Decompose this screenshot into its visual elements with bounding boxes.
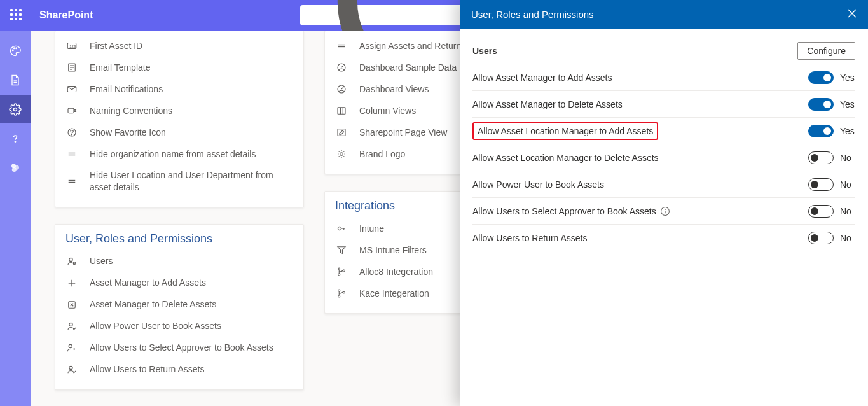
mail-icon bbox=[65, 83, 78, 95]
panel-row-label: Allow Asset Location Manager to Add Asse… bbox=[472, 122, 658, 140]
panel-row-label-text: Allow Users to Select Approver to Book A… bbox=[472, 206, 656, 216]
panel-row-label: Allow Users to Return Assets bbox=[472, 233, 588, 243]
setting-item[interactable]: Asset Manager to Delete Assets bbox=[63, 294, 296, 316]
close-icon[interactable] bbox=[848, 9, 857, 20]
setting-label: Show Favorite Icon bbox=[90, 127, 166, 139]
setting-item[interactable]: Hide organization name from asset detail… bbox=[63, 143, 296, 165]
branch-icon bbox=[335, 287, 348, 300]
setting-item[interactable]: Asset Manager to Add Assets bbox=[63, 272, 296, 294]
panel-title: User, Roles and Permissions bbox=[471, 9, 594, 20]
setting-label: Users bbox=[90, 255, 113, 267]
svg-point-52 bbox=[338, 274, 340, 276]
panel-permission-row: Allow Users to Select Approver to Book A… bbox=[472, 198, 855, 225]
setting-item[interactable]: Hide User Location and User Department f… bbox=[63, 165, 296, 198]
svg-rect-18 bbox=[67, 87, 76, 92]
setting-label: Alloc8 Integeration bbox=[359, 266, 433, 278]
dashboard-icon bbox=[335, 83, 348, 95]
setting-item[interactable]: Naming Conventions bbox=[63, 100, 296, 122]
setting-label: Hide organization name from asset detail… bbox=[90, 148, 256, 160]
svg-point-37 bbox=[69, 366, 72, 369]
svg-rect-19 bbox=[68, 108, 74, 113]
panel-permission-row: Allow Asset Manager to Delete AssetsYes bbox=[472, 91, 855, 118]
user-check-icon bbox=[65, 363, 78, 376]
svg-point-51 bbox=[338, 268, 340, 270]
svg-point-54 bbox=[338, 290, 340, 291]
rail-item-settings[interactable] bbox=[0, 95, 31, 123]
svg-point-26 bbox=[69, 258, 72, 261]
brand-label: SharePoint bbox=[39, 10, 93, 21]
setting-label: Asset Manager to Delete Assets bbox=[90, 298, 216, 311]
setting-item[interactable]: Show Favorite Icon bbox=[63, 122, 296, 143]
panel-permission-row: Allow Asset Manager to Add AssetsYes bbox=[472, 64, 855, 91]
setting-item[interactable]: Users bbox=[63, 251, 296, 272]
setting-item[interactable]: Email Notifications bbox=[63, 78, 296, 100]
equals-icon bbox=[65, 148, 78, 160]
setting-label: Brand Logo bbox=[359, 148, 405, 160]
panel-row-label: Allow Power User to Book Assets bbox=[472, 179, 604, 190]
permission-toggle[interactable] bbox=[808, 125, 834, 137]
setting-label: Allow Power User to Book Assets bbox=[90, 320, 221, 332]
plus-icon bbox=[65, 277, 78, 290]
toggle-state-label: No bbox=[840, 153, 855, 163]
setting-item[interactable]: Allow Power User to Book Assets bbox=[63, 316, 296, 337]
panel-row-label: Allow Asset Manager to Add Assets bbox=[472, 73, 612, 83]
info-icon[interactable] bbox=[660, 206, 670, 216]
rail-item-help[interactable] bbox=[0, 125, 31, 153]
panel-row-label: Allow Asset Manager to Delete Assets bbox=[472, 99, 623, 109]
svg-point-55 bbox=[338, 295, 340, 297]
setting-label: Allow Users to Select Approver to Book A… bbox=[90, 342, 273, 354]
setting-item[interactable]: 123 First Asset ID bbox=[63, 35, 296, 57]
id-icon: 123 bbox=[65, 39, 78, 52]
toggle-state-label: Yes bbox=[840, 126, 855, 136]
svg-point-36 bbox=[69, 344, 72, 347]
permission-toggle[interactable] bbox=[808, 178, 834, 191]
svg-text:123: 123 bbox=[69, 45, 76, 48]
setting-label: Asset Manager to Add Assets bbox=[90, 277, 206, 289]
setting-label: Sharepoint Page View bbox=[359, 127, 447, 139]
panel-row-label-text: Allow Asset Location Manager to Add Asse… bbox=[472, 122, 658, 140]
app-launcher-icon[interactable] bbox=[10, 9, 23, 22]
rail-item-document[interactable] bbox=[0, 66, 31, 94]
delete-icon bbox=[65, 298, 78, 311]
panel-row-label: Allow Asset Location Manager to Delete A… bbox=[472, 153, 659, 163]
rail-item-sharepoint[interactable] bbox=[0, 154, 31, 182]
setting-item[interactable]: Allow Users to Return Assets bbox=[63, 359, 296, 381]
permission-toggle[interactable] bbox=[808, 71, 834, 84]
filter-icon bbox=[335, 244, 348, 256]
setting-label: Email Notifications bbox=[90, 83, 163, 95]
rail-item-palette[interactable] bbox=[0, 37, 31, 65]
setting-item[interactable]: Allow Users to Select Approver to Book A… bbox=[63, 337, 296, 359]
panel-header: User, Roles and Permissions bbox=[460, 0, 868, 29]
permission-toggle[interactable] bbox=[808, 205, 834, 218]
toggle-state-label: No bbox=[840, 206, 855, 216]
branch-icon bbox=[335, 265, 348, 278]
svg-point-8 bbox=[15, 141, 15, 142]
svg-point-2 bbox=[12, 50, 13, 51]
permission-toggle[interactable] bbox=[808, 151, 834, 164]
permission-toggle[interactable] bbox=[808, 232, 834, 244]
edit-icon bbox=[335, 126, 348, 139]
configure-button[interactable]: Configure bbox=[797, 42, 855, 60]
panel-permission-row: Allow Power User to Book AssetsNo bbox=[472, 171, 855, 198]
favorite-icon bbox=[65, 126, 78, 139]
template-icon bbox=[65, 61, 78, 74]
setting-item[interactable]: Email Template bbox=[63, 57, 296, 78]
panel-body: Users Configure Allow Asset Manager to A… bbox=[460, 29, 868, 260]
card-title: User, Roles and Permissions bbox=[63, 225, 296, 251]
toggle-state-label: Yes bbox=[840, 73, 855, 83]
permission-toggle[interactable] bbox=[808, 98, 834, 111]
key-icon bbox=[335, 222, 348, 235]
panel-row-label-text: Allow Asset Manager to Add Assets bbox=[472, 73, 612, 83]
panel-row-label-text: Allow Asset Manager to Delete Assets bbox=[472, 99, 623, 109]
toggle-state-label: No bbox=[840, 179, 855, 190]
columns-icon bbox=[335, 104, 348, 117]
setting-label: Dashboard Sample Data bbox=[359, 62, 457, 74]
panel-row-label-text: Allow Asset Location Manager to Delete A… bbox=[472, 153, 659, 163]
svg-point-7 bbox=[14, 108, 17, 111]
panel-row-label-text: Allow Users to Return Assets bbox=[472, 233, 588, 243]
svg-marker-50 bbox=[338, 247, 345, 254]
setting-label: Allow Users to Return Assets bbox=[90, 363, 205, 375]
setting-label: Hide User Location and User Department f… bbox=[90, 169, 293, 193]
gear-icon bbox=[335, 148, 348, 160]
svg-point-47 bbox=[338, 227, 341, 230]
